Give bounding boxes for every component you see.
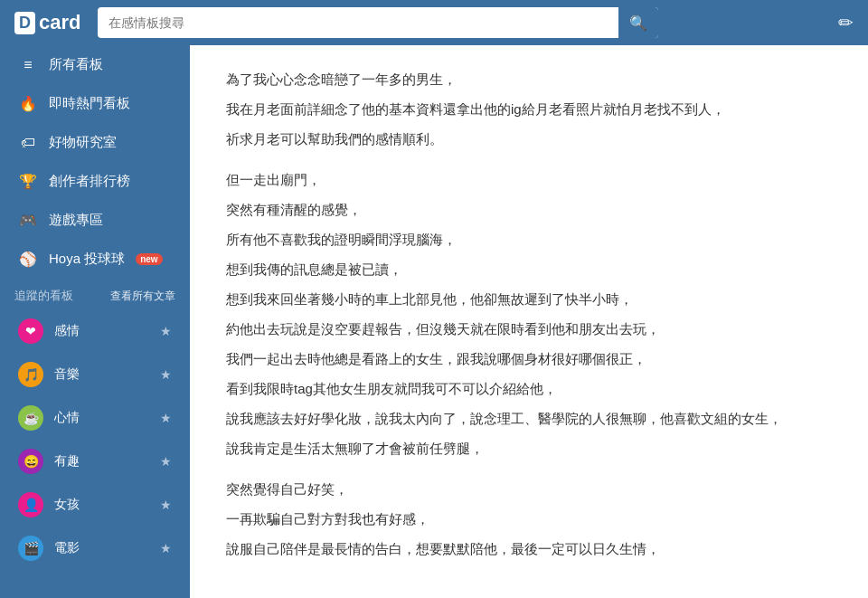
sidebar-board-love[interactable]: ❤ 感情 ★ — [0, 309, 190, 353]
star-icon-love[interactable]: ★ — [160, 324, 172, 338]
board-label-music: 音樂 — [54, 366, 80, 383]
view-all-link[interactable]: 查看所有文章 — [110, 289, 175, 304]
sidebar-label-good-stuff: 好物研究室 — [49, 134, 117, 151]
board-label-funny: 有趣 — [54, 453, 80, 470]
sidebar-item-hoya[interactable]: ⚾ Hoya 投球球 new — [0, 240, 190, 279]
article-line: 想到我來回坐著幾小時的車上北部見他，他卻無故遲到了快半小時， — [226, 287, 832, 311]
sidebar-item-games[interactable]: 🎮 遊戲專區 — [0, 201, 190, 240]
sidebar-label-hot-boards: 即時熱門看板 — [49, 95, 130, 112]
sidebar-item-good-stuff[interactable]: 🏷 好物研究室 — [0, 123, 190, 162]
star-icon-girls[interactable]: ★ — [160, 498, 172, 512]
sidebar-icon-games: 🎮 — [18, 212, 38, 229]
sidebar-icon-all-boards: ≡ — [18, 57, 38, 73]
sidebar-board-music[interactable]: 🎵 音樂 ★ — [0, 353, 190, 396]
sidebar-label-creators: 創作者排行榜 — [49, 173, 130, 190]
article-body: 為了我心心念念暗戀了一年多的男生，我在月老面前詳細念了他的基本資料還拿出他的ig… — [226, 67, 832, 561]
article-line: 說我應該去好好學化妝，說我太內向了，說念理工、醫學院的人很無聊，他喜歡文組的女生… — [226, 406, 832, 431]
board-avatar-funny: 😄 — [18, 449, 43, 474]
edit-button[interactable]: ✏ — [838, 12, 854, 33]
search-button[interactable]: 🔍 — [618, 7, 658, 38]
following-label: 追蹤的看板 — [14, 288, 73, 304]
sidebar-label-hoya: Hoya 投球球 — [49, 251, 125, 268]
new-badge-hoya: new — [136, 253, 162, 265]
logo-text: card — [39, 11, 80, 34]
board-label-girls: 女孩 — [54, 497, 80, 513]
sidebar-boards: ❤ 感情 ★ 🎵 音樂 ★ ☕ 心情 ★ 😄 有趣 ★ 👤 女孩 ★ 🎬 電影 … — [0, 309, 190, 570]
board-label-films: 電影 — [54, 540, 80, 556]
sidebar-label-games: 遊戲專區 — [49, 212, 103, 229]
article-line: 為了我心心念念暗戀了一年多的男生， — [226, 67, 832, 91]
article-line: 突然覺得自己好笑， — [226, 477, 832, 501]
article-line: 一再欺騙自己對方對我也有好感， — [226, 507, 832, 531]
sidebar-icon-hot-boards: 🔥 — [18, 95, 38, 112]
star-icon-films[interactable]: ★ — [160, 541, 172, 555]
star-icon-funny[interactable]: ★ — [160, 454, 172, 469]
sidebar-item-creators[interactable]: 🏆 創作者排行榜 — [0, 162, 190, 201]
board-avatar-music: 🎵 — [18, 362, 43, 387]
article-line: 說我肯定是生活太無聊了才會被前任劈腿， — [226, 436, 832, 460]
article-line: 想到我傳的訊息總是被已讀， — [226, 257, 832, 281]
article-line: 祈求月老可以幫助我們的感情順利。 — [226, 127, 832, 151]
sidebar-item-hot-boards[interactable]: 🔥 即時熱門看板 — [0, 84, 190, 123]
star-icon-music[interactable]: ★ — [160, 367, 172, 382]
star-icon-mood[interactable]: ★ — [160, 411, 172, 425]
search-icon: 🔍 — [629, 15, 647, 31]
sidebar-nav: ≡ 所有看板 🔥 即時熱門看板 🏷 好物研究室 🏆 創作者排行榜 🎮 遊戲專區 … — [0, 45, 190, 279]
edit-icon: ✏ — [838, 13, 854, 33]
main-layout: ≡ 所有看板 🔥 即時熱門看板 🏷 好物研究室 🏆 創作者排行榜 🎮 遊戲專區 … — [0, 45, 868, 598]
following-section-header: 追蹤的看板 查看所有文章 — [0, 279, 190, 309]
article-line: 突然有種清醒的感覺， — [226, 197, 832, 222]
board-label-mood: 心情 — [54, 410, 80, 426]
sidebar: ≡ 所有看板 🔥 即時熱門看板 🏷 好物研究室 🏆 創作者排行榜 🎮 遊戲專區 … — [0, 45, 190, 598]
search-bar: 🔍 — [98, 7, 658, 38]
article-content: 為了我心心念念暗戀了一年多的男生，我在月老面前詳細念了他的基本資料還拿出他的ig… — [190, 45, 868, 598]
article-line: 約他出去玩說是沒空要趕報告，但沒幾天就在限時看到他和朋友出去玩， — [226, 317, 832, 341]
sidebar-board-funny[interactable]: 😄 有趣 ★ — [0, 440, 190, 483]
board-avatar-films: 🎬 — [18, 536, 43, 561]
article-line: 看到我限時tag其他女生朋友就問我可不可以介紹給他， — [226, 376, 832, 401]
article-line: 說服自己陪伴是最長情的告白，想要默默陪他，最後一定可以日久生情， — [226, 536, 832, 561]
header: D card 🔍 ✏ — [0, 0, 868, 45]
article-line: 我在月老面前詳細念了他的基本資料還拿出他的ig給月老看照片就怕月老找不到人， — [226, 97, 832, 121]
logo[interactable]: D card — [14, 11, 87, 34]
sidebar-icon-hoya: ⚾ — [18, 251, 38, 268]
board-avatar-girls: 👤 — [18, 492, 43, 517]
article-line: 但一走出廟門， — [226, 167, 832, 192]
sidebar-board-girls[interactable]: 👤 女孩 ★ — [0, 483, 190, 527]
sidebar-icon-good-stuff: 🏷 — [18, 135, 38, 151]
article-line: 所有他不喜歡我的證明瞬間浮現腦海， — [226, 227, 832, 252]
sidebar-board-mood[interactable]: ☕ 心情 ★ — [0, 396, 190, 440]
search-input[interactable] — [98, 15, 618, 30]
sidebar-icon-creators: 🏆 — [18, 173, 38, 190]
board-label-love: 感情 — [54, 323, 80, 339]
board-avatar-mood: ☕ — [18, 405, 43, 431]
sidebar-board-films[interactable]: 🎬 電影 ★ — [0, 527, 190, 570]
sidebar-item-all-boards[interactable]: ≡ 所有看板 — [0, 45, 190, 84]
board-avatar-love: ❤ — [18, 318, 43, 344]
sidebar-label-all-boards: 所有看板 — [49, 56, 103, 73]
article-line: 我們一起出去時他總是看路上的女生，跟我說哪個身材很好哪個很正， — [226, 346, 832, 371]
logo-icon: D — [14, 12, 35, 34]
